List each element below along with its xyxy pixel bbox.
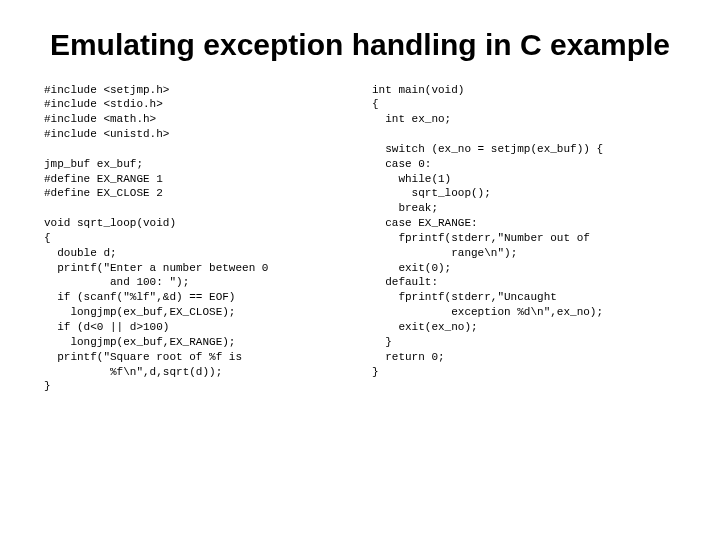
slide: Emulating exception handling in C exampl… [0,0,720,540]
right-column: int main(void) { int ex_no; switch (ex_n… [372,83,676,521]
page-title: Emulating exception handling in C exampl… [40,28,680,63]
code-left: #include <setjmp.h> #include <stdio.h> #… [44,83,348,395]
code-right: int main(void) { int ex_no; switch (ex_n… [372,83,676,380]
left-column: #include <setjmp.h> #include <stdio.h> #… [44,83,348,521]
code-columns: #include <setjmp.h> #include <stdio.h> #… [40,83,680,521]
